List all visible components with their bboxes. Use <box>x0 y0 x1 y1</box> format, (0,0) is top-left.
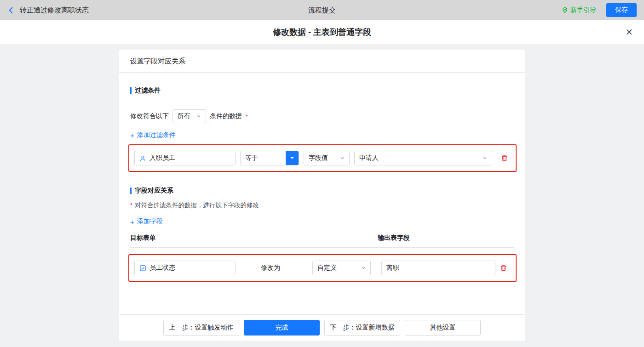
operator-select[interactable]: 等于 <box>240 151 299 165</box>
filter-field-value: 入职员工 <box>150 154 175 162</box>
plus-icon: + <box>130 131 134 139</box>
done-button[interactable]: 完成 <box>244 320 320 336</box>
checkbox-icon <box>139 265 146 272</box>
match-type-value: 所有 <box>178 112 190 120</box>
mapping-description-text: 对符合过滤条件的数据，进行以下字段的修改 <box>135 201 259 210</box>
section-accent-bar <box>130 188 132 194</box>
close-icon[interactable]: ✕ <box>625 28 633 37</box>
cond-prefix-text: 修改符合以下 <box>130 112 169 120</box>
operator-value: 等于 <box>241 154 258 162</box>
topbar-center-title: 流程提交 <box>308 6 336 15</box>
filter-section-title: 过滤条件 <box>130 86 514 95</box>
beginner-guide-link[interactable]: 新手引导 <box>562 6 596 14</box>
match-type-select[interactable]: 所有 <box>172 109 206 123</box>
add-field-label: 添加字段 <box>137 217 163 226</box>
filter-section-label: 过滤条件 <box>135 86 161 95</box>
modal-title: 修改数据 - 主表到普通字段 <box>273 27 371 38</box>
plus-icon: + <box>130 218 134 226</box>
required-asterisk: * <box>246 113 248 120</box>
other-settings-button[interactable]: 其他设置 <box>405 320 481 336</box>
delete-mapping-icon[interactable] <box>500 264 511 272</box>
chevron-down-icon <box>361 266 366 270</box>
filter-condition-line: 修改符合以下 所有 条件的数据 * <box>130 109 514 123</box>
value-type-value: 字段值 <box>309 154 328 162</box>
add-filter-condition-link[interactable]: + 添加过滤条件 <box>130 131 176 139</box>
mapping-section-title: 字段对应关系 <box>130 187 514 195</box>
delete-filter-icon[interactable] <box>501 154 511 162</box>
required-asterisk: * <box>130 202 132 209</box>
page-background: 设置字段对应关系 过滤条件 修改符合以下 所有 条件的数据 * + <box>0 44 644 347</box>
mapping-section-label: 字段对应关系 <box>135 187 173 195</box>
compare-value: 申请人 <box>359 154 379 162</box>
mapping-description: * 对符合过滤条件的数据，进行以下字段的修改 <box>130 201 514 210</box>
target-field-value: 员工状态 <box>150 264 175 272</box>
config-card: 设置字段对应关系 过滤条件 修改符合以下 所有 条件的数据 * + <box>119 50 525 341</box>
prev-step-button[interactable]: 上一步：设置触发动作 <box>163 320 239 336</box>
add-field-link[interactable]: + 添加字段 <box>130 217 163 226</box>
card-header-title: 设置字段对应关系 <box>119 50 525 73</box>
filter-field-input[interactable]: 入职员工 <box>134 151 236 165</box>
topbar: 转正通过修改离职状态 流程提交 新手引导 保存 <box>0 0 644 20</box>
back-icon[interactable] <box>7 6 15 14</box>
field-mapping-row: 员工状态 修改为 自定义 离职 <box>128 254 517 282</box>
section-accent-bar <box>130 87 132 94</box>
card-footer: 上一步：设置触发动作 完成 下一步：设置新增数据 其他设置 <box>119 314 525 341</box>
cond-suffix-text: 条件的数据 <box>210 112 242 120</box>
modify-to-label: 修改为 <box>261 264 280 272</box>
guide-label: 新手引导 <box>570 6 596 14</box>
chevron-down-icon-filled[interactable] <box>286 151 299 165</box>
person-icon <box>139 155 146 162</box>
column-target-form: 目标表单 <box>130 234 376 242</box>
save-button[interactable]: 保存 <box>606 3 637 17</box>
compare-value-select[interactable]: 申请人 <box>354 151 492 165</box>
mapping-column-headers: 目标表单 输出表字段 <box>130 234 514 248</box>
column-output-field: 输出表字段 <box>378 234 410 241</box>
modal-header: 修改数据 - 主表到普通字段 ✕ <box>0 20 644 44</box>
value-type-select[interactable]: 字段值 <box>304 151 350 165</box>
output-value-input[interactable]: 离职 <box>381 261 495 275</box>
guide-pin-icon <box>562 6 568 14</box>
next-step-button[interactable]: 下一步：设置新增数据 <box>324 320 400 336</box>
mode-value: 自定义 <box>317 264 337 272</box>
target-field-input[interactable]: 员工状态 <box>134 261 236 275</box>
chevron-down-icon <box>483 156 487 160</box>
flow-title: 转正通过修改离职状态 <box>20 6 89 15</box>
mode-select[interactable]: 自定义 <box>312 261 371 275</box>
filter-condition-row: 入职员工 等于 字段值 申请人 <box>128 144 517 172</box>
chevron-down-icon <box>340 156 345 160</box>
add-filter-label: 添加过滤条件 <box>137 131 176 139</box>
chevron-down-icon <box>196 114 201 119</box>
output-value: 离职 <box>386 264 399 272</box>
